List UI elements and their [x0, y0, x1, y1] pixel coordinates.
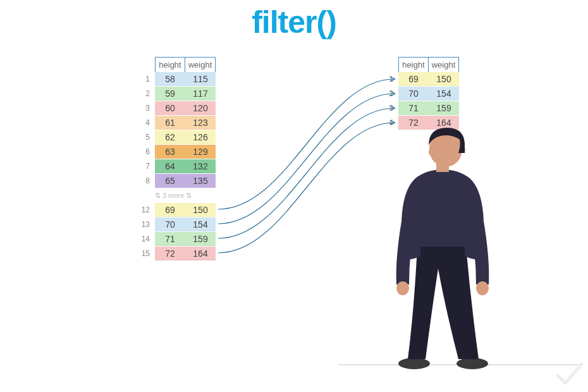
svg-point-3 — [476, 281, 489, 295]
cell-weight: 123 — [185, 116, 216, 130]
cell-weight: 159 — [429, 101, 459, 115]
table-row: 1572164 — [136, 247, 216, 260]
table-row: 1370154 — [136, 217, 216, 231]
table-row: 360120 — [136, 101, 216, 115]
row-number: 2 — [136, 89, 155, 98]
cell-height: 70 — [155, 217, 185, 231]
col-header-weight: weight — [185, 57, 216, 72]
table-row: 865135 — [136, 174, 216, 188]
table-row: 270154 — [379, 87, 459, 101]
table-row: 259117 — [136, 87, 216, 101]
cell-weight: 150 — [185, 203, 216, 217]
table-row: 764132 — [136, 159, 216, 173]
cell-height: 69 — [398, 72, 429, 86]
cell-height: 69 — [155, 203, 185, 217]
row-number: 3 — [379, 104, 398, 113]
cell-weight: 132 — [185, 159, 216, 173]
cell-height: 70 — [398, 87, 429, 101]
svg-point-2 — [396, 281, 409, 295]
table-row: 461123 — [136, 116, 216, 130]
cell-weight: 154 — [429, 87, 459, 101]
cell-height: 59 — [155, 87, 185, 101]
result-table: height weight 169150270154371159472164 — [379, 57, 459, 130]
table-row: 1471159 — [136, 232, 216, 246]
svg-point-0 — [398, 358, 430, 369]
cell-weight: 129 — [185, 145, 216, 159]
row-number: 5 — [136, 133, 155, 142]
cell-weight: 154 — [185, 217, 216, 231]
cell-height: 62 — [155, 130, 185, 144]
row-number: 12 — [136, 205, 155, 214]
cell-weight: 159 — [185, 232, 216, 246]
cell-weight: 164 — [185, 247, 216, 260]
row-number: 1 — [379, 75, 398, 83]
cell-height: 61 — [155, 116, 185, 130]
row-number: 8 — [136, 176, 155, 185]
cell-height: 64 — [155, 159, 185, 173]
collapsed-rows-note: ⇅ 3 more ⇅ — [155, 190, 216, 201]
source-table: height weight 15811525911736012046112356… — [136, 57, 216, 261]
cell-weight: 135 — [185, 174, 216, 188]
cell-height: 58 — [155, 72, 185, 86]
cell-height: 71 — [155, 232, 185, 246]
cell-height: 72 — [155, 247, 185, 260]
table-row: 663129 — [136, 145, 216, 159]
row-number: 13 — [136, 220, 155, 229]
table-row: 158115 — [136, 72, 216, 86]
page-title: filter() — [252, 4, 336, 40]
table-row: 169150 — [379, 72, 459, 86]
col-header-weight: weight — [429, 57, 459, 72]
svg-point-1 — [456, 358, 488, 369]
cell-weight: 150 — [429, 72, 459, 86]
table-row: 562126 — [136, 130, 216, 144]
table-row: 371159 — [379, 101, 459, 115]
svg-point-6 — [429, 147, 435, 156]
cell-weight: 117 — [185, 87, 216, 101]
cell-height: 71 — [398, 101, 429, 115]
row-number: 3 — [136, 104, 155, 113]
cell-height: 63 — [155, 145, 185, 159]
row-number: 4 — [136, 118, 155, 127]
row-number: 2 — [379, 89, 398, 98]
cell-height: 60 — [155, 101, 185, 115]
table-row: 1269150 — [136, 203, 216, 217]
row-number: 14 — [136, 235, 155, 243]
col-header-height: height — [398, 57, 429, 72]
row-number: 7 — [136, 162, 155, 171]
row-number: 1 — [136, 75, 155, 83]
cell-weight: 126 — [185, 130, 216, 144]
cell-height: 65 — [155, 174, 185, 188]
row-number: 15 — [136, 249, 155, 258]
person-figure — [357, 120, 522, 373]
cell-weight: 120 — [185, 101, 216, 115]
cell-weight: 115 — [185, 72, 216, 86]
col-header-height: height — [155, 57, 185, 72]
watermark-check-icon — [554, 358, 584, 388]
row-number: 6 — [136, 147, 155, 156]
